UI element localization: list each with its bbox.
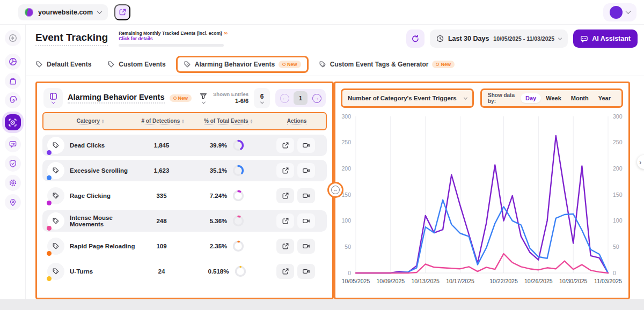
main-area: Event Tracking Remaining Monthly Tracked…	[26, 25, 644, 299]
current-page[interactable]: 1	[294, 91, 308, 105]
sidebar-collapse-button[interactable]	[5, 30, 21, 46]
column-header-detections[interactable]: # of Detections ▴▾	[137, 118, 188, 125]
video-camera-icon	[302, 142, 310, 149]
active-tab-highlight: Alarming Behavior Events New	[176, 56, 309, 73]
sidebar-item-feedback[interactable]	[5, 136, 21, 152]
chevron-down-icon	[97, 9, 103, 14]
chat-icon	[580, 35, 588, 43]
next-page-button[interactable]: →	[310, 91, 324, 105]
remaining-events-label: Remaining Monthly Tracked Events (incl. …	[119, 31, 222, 36]
sidebar-item-event-tracking[interactable]	[5, 114, 21, 130]
detections-value: 335	[136, 193, 187, 199]
open-site-button[interactable]	[114, 4, 130, 20]
category-name: U-Turns	[70, 268, 93, 275]
external-link-icon	[282, 242, 289, 250]
table-row[interactable]: Rage Clicking 335 7.24%	[42, 185, 327, 206]
page-header: Event Tracking Remaining Monthly Tracked…	[26, 25, 644, 53]
date-range-selector[interactable]: Last 30 Days 10/05/2025 - 11/03/2025	[430, 29, 568, 48]
tab-label: Alarming Behavior Events	[195, 61, 275, 68]
sort-icon[interactable]: ▴▾	[102, 119, 104, 123]
clock-icon	[436, 35, 444, 42]
badge-dot-icon	[173, 97, 177, 100]
svg-text:250: 250	[341, 139, 351, 145]
tag-icon	[35, 61, 43, 68]
click-for-details-link[interactable]: Click for details	[119, 36, 231, 41]
table-row[interactable]: Dead Clicks 1,845 39.9%	[42, 135, 327, 156]
open-events-button[interactable]	[276, 138, 294, 153]
external-link-icon	[282, 142, 289, 149]
tab-default-events[interactable]: Default Events	[35, 61, 91, 68]
chart-panel-header: Number of Category's Event Triggers Show…	[341, 88, 623, 108]
ai-assistant-button[interactable]: AI Assistant	[573, 29, 638, 48]
sort-icon[interactable]: ▴▾	[251, 119, 252, 123]
shopping-bag-icon	[9, 77, 17, 85]
refresh-button[interactable]	[406, 29, 425, 48]
tab-custom-event-tags-generator[interactable]: Custom Event Tags & Generator New	[319, 61, 455, 68]
sidebar-item-settings[interactable]	[5, 175, 21, 191]
period-month[interactable]: Month	[566, 93, 594, 103]
open-events-button[interactable]	[276, 213, 294, 228]
svg-text:10/30/2025: 10/30/2025	[559, 278, 588, 284]
metric-dropdown[interactable]: Number of Category's Event Triggers	[341, 88, 474, 108]
video-replay-button[interactable]	[297, 138, 315, 153]
video-replay-button[interactable]	[297, 213, 315, 228]
category-name: Rage Clicking	[70, 193, 111, 199]
top-bar: yourwebsite.com	[0, 0, 644, 25]
table-row[interactable]: Excessive Scrolling 1,623 35.1%	[42, 160, 327, 181]
event-triggers-line-chart[interactable]: 10/05/202510/09/202510/13/202510/17/2025…	[335, 111, 628, 288]
panel-resize-handle[interactable]: ↔	[327, 182, 343, 198]
open-events-button[interactable]	[276, 264, 294, 279]
column-header-category[interactable]: Category ▴▾	[43, 118, 137, 125]
table-view-selector[interactable]	[43, 88, 63, 108]
previous-page-button[interactable]: ←	[277, 91, 291, 105]
table-title: Alarming Behavior Events	[68, 93, 165, 104]
category-tag-icon	[47, 162, 64, 179]
video-replay-button[interactable]	[297, 188, 315, 203]
category-name: Rapid Page Reloading	[70, 243, 135, 249]
filter-funnel-icon	[199, 92, 208, 100]
video-replay-button[interactable]	[297, 239, 315, 254]
column-header-pct[interactable]: % of Total Events ▴▾	[188, 118, 268, 125]
category-color-dot	[47, 175, 52, 180]
sidebar-item-heatmaps[interactable]	[5, 92, 21, 108]
page-size-selector[interactable]: 6	[254, 88, 270, 108]
sidebar-item-location[interactable]	[5, 194, 21, 210]
video-replay-button[interactable]	[297, 264, 315, 279]
sort-icon[interactable]: ▴▾	[182, 119, 184, 123]
svg-text:150: 150	[613, 191, 623, 198]
pct-value: 5.36%	[210, 218, 228, 224]
video-replay-button[interactable]	[297, 163, 315, 178]
open-events-button[interactable]	[276, 188, 294, 203]
table-row[interactable]: Rapid Page Reloading 109 2.35%	[42, 235, 327, 257]
svg-text:10/22/2025: 10/22/2025	[489, 278, 518, 284]
sidebar-item-dashboard[interactable]	[5, 54, 21, 70]
sidebar-item-ecommerce[interactable]	[5, 73, 21, 89]
category-color-dot	[47, 226, 52, 231]
period-day[interactable]: Day	[521, 93, 541, 103]
period-week[interactable]: Week	[541, 93, 566, 103]
video-camera-icon	[302, 268, 310, 275]
page-title: Event Tracking	[35, 32, 108, 46]
shown-entries: Shown Entries 1-6/6	[213, 91, 248, 105]
chevron-right-icon: ›	[639, 158, 641, 166]
table-row[interactable]: U-Turns 24 0.518%	[42, 261, 327, 282]
table-row[interactable]: Intense Mouse Movements 248 5.36%	[42, 210, 327, 232]
tab-alarming-behavior-events[interactable]: Alarming Behavior Events New	[184, 61, 301, 68]
sidebar-item-security[interactable]	[5, 156, 21, 172]
remaining-events-widget: Remaining Monthly Tracked Events (incl. …	[119, 31, 231, 47]
column-header-actions: Actions	[268, 118, 326, 125]
filter-button[interactable]	[199, 92, 208, 104]
svg-text:100: 100	[341, 217, 351, 224]
period-year[interactable]: Year	[594, 93, 616, 103]
open-events-button[interactable]	[276, 239, 294, 254]
tab-custom-events[interactable]: Custom Events	[107, 61, 165, 68]
site-logo-icon	[25, 8, 33, 17]
open-events-button[interactable]	[276, 163, 294, 178]
new-badge: New	[432, 61, 455, 68]
account-menu[interactable]	[603, 3, 636, 21]
external-link-icon	[282, 268, 289, 275]
tag-gear-icon	[319, 61, 326, 68]
website-selector[interactable]: yourwebsite.com	[18, 4, 108, 20]
external-link-icon	[282, 167, 289, 174]
detections-value: 1,845	[136, 142, 187, 149]
